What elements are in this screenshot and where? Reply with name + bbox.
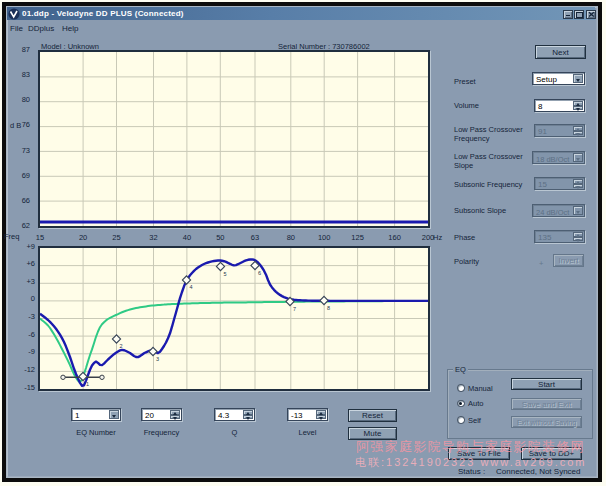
svg-text:8: 8: [327, 305, 330, 311]
svg-text:7: 7: [293, 306, 296, 312]
svg-text:5: 5: [224, 271, 227, 277]
svg-text:6: 6: [258, 270, 261, 276]
svg-text:3: 3: [156, 356, 159, 362]
svg-text:2: 2: [120, 343, 123, 349]
svg-text:1: 1: [86, 381, 89, 387]
svg-text:4: 4: [190, 284, 193, 290]
